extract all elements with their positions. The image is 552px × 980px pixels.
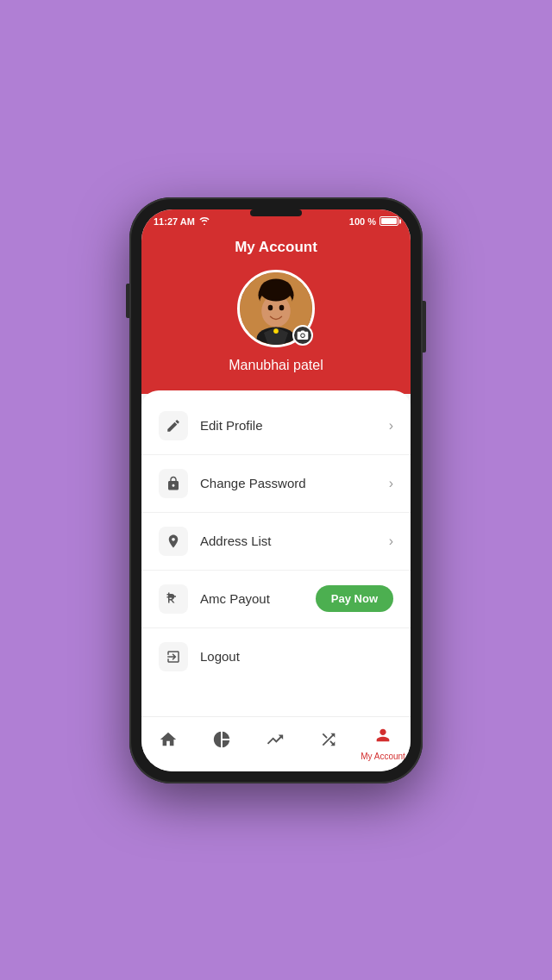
svg-point-7 <box>273 328 279 334</box>
logout-icon <box>166 649 181 665</box>
menu-list: Edit Profile › Change Password › <box>141 390 411 716</box>
pay-now-button[interactable]: Pay Now <box>316 585 393 612</box>
address-list-chevron: › <box>389 534 393 549</box>
nav-item-pie[interactable] <box>200 730 243 756</box>
phone-frame: 11:27 AM 100 % My <box>129 197 423 783</box>
person-icon <box>373 726 392 749</box>
edit-profile-icon-wrap <box>159 411 188 440</box>
phone-notch <box>250 209 302 216</box>
svg-point-5 <box>279 304 285 310</box>
camera-badge[interactable] <box>292 325 313 346</box>
change-password-label: Change Password <box>200 476 389 490</box>
menu-item-address-list[interactable]: Address List › <box>141 513 411 571</box>
logout-icon-wrap <box>159 642 188 671</box>
account-nav-label: My Account <box>361 752 405 761</box>
home-icon <box>159 730 178 753</box>
menu-item-change-password[interactable]: Change Password › <box>141 455 411 513</box>
svg-point-4 <box>268 304 273 310</box>
address-list-icon-wrap <box>159 527 188 556</box>
status-right: 100 % <box>349 216 398 227</box>
edit-profile-label: Edit Profile <box>200 418 389 433</box>
edit-profile-chevron: › <box>389 418 393 434</box>
pie-chart-icon <box>212 730 231 753</box>
status-left: 11:27 AM <box>154 216 210 227</box>
nav-item-chart[interactable] <box>254 730 297 756</box>
bottom-navigation: My Account <box>141 716 411 771</box>
user-name-label: Manubhai patel <box>229 358 323 373</box>
wifi-icon <box>198 216 210 227</box>
address-list-label: Address List <box>200 534 389 548</box>
pencil-icon <box>166 418 181 434</box>
amc-payout-label: Amc Payout <box>200 591 316 606</box>
phone-screen: 11:27 AM 100 % My <box>141 209 411 771</box>
change-password-icon-wrap <box>159 469 188 498</box>
nav-item-account[interactable]: My Account <box>361 726 405 761</box>
shuffle-icon <box>319 730 338 753</box>
rupee-icon <box>166 591 181 607</box>
battery-icon <box>380 216 398 226</box>
menu-item-edit-profile[interactable]: Edit Profile › <box>141 397 411 455</box>
amc-payout-icon-wrap <box>159 584 188 614</box>
avatar-container[interactable] <box>237 270 315 347</box>
menu-item-logout[interactable]: Logout <box>141 628 411 685</box>
battery-percent: 100 % <box>349 216 376 227</box>
nav-item-home[interactable] <box>147 730 190 756</box>
menu-item-amc-payout[interactable]: Amc Payout Pay Now <box>141 571 411 628</box>
bar-chart-icon <box>266 730 285 753</box>
map-pin-icon <box>166 534 181 549</box>
lock-icon <box>166 476 181 491</box>
page-title: My Account <box>235 239 317 256</box>
logout-label: Logout <box>200 649 393 664</box>
header-section: My Account <box>141 232 411 394</box>
nav-item-shuffle[interactable] <box>307 730 350 756</box>
change-password-chevron: › <box>389 476 393 491</box>
svg-point-8 <box>260 278 292 301</box>
time-display: 11:27 AM <box>154 216 195 227</box>
